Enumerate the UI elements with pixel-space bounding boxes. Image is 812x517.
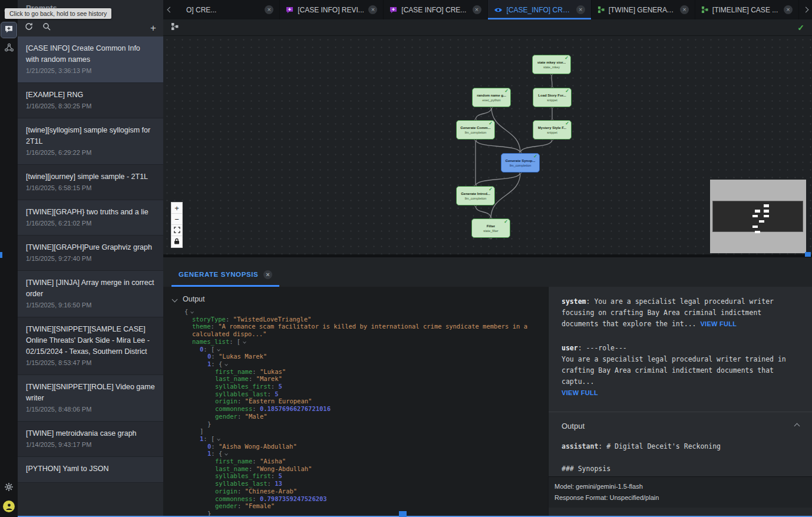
prompt-list-item[interactable]: [TWINE][SNIPPET][SAMPLE CASE] Online Thr…	[18, 317, 163, 375]
fit-view-icon[interactable]	[171, 225, 182, 236]
tabs-scroll-left[interactable]	[163, 0, 176, 19]
node-subtitle: snippet	[547, 98, 557, 102]
node-subtitle: snippet	[547, 131, 557, 134]
fold-chevron-icon[interactable]	[217, 438, 220, 441]
fold-chevron-icon[interactable]	[217, 347, 220, 351]
editor-tab[interactable]: [CASE_INFO] CRE... ×	[488, 0, 592, 19]
editor-tab[interactable]: [TWINE] GENERAT... ×	[592, 0, 695, 19]
sidebar-toolbar: +	[18, 20, 163, 35]
graph-valid-check-icon: ✓	[797, 23, 804, 32]
tab-close-icon[interactable]: ×	[784, 5, 793, 14]
prompt-list-item[interactable]: [TWINE] metroidvania case graph 1/14/202…	[18, 422, 163, 457]
prompts-nav-icon[interactable]	[1, 22, 16, 38]
run-info-footer: Model: gemini/gemini-1.5-flash Response …	[549, 476, 812, 508]
prompt-timestamp: 1/14/2025, 9:43:17 PM	[26, 440, 155, 449]
prompt-list-item[interactable]: [TWINE][SNIPPET][ROLE] Video game writer…	[18, 375, 163, 422]
gear-icon[interactable]	[1, 480, 16, 496]
editor-tab[interactable]: [CASE INFO] REVI... ×	[280, 0, 384, 19]
main-area: O] CRE... × [CASE INFO] REVI... × [CASE …	[163, 0, 812, 517]
user-view-full-link[interactable]: VIEW FULL	[562, 389, 598, 396]
node-success-check-icon: ✓	[504, 219, 508, 224]
window-resize-handle[interactable]	[399, 511, 407, 517]
node-success-check-icon: ✓	[504, 88, 509, 94]
graph-node[interactable]: ✓ random name g... exec_python	[472, 88, 511, 107]
output-label: Output	[183, 295, 205, 303]
tab-close-icon[interactable]: ×	[680, 5, 689, 14]
auto-layout-icon[interactable]	[171, 22, 179, 33]
prompt-list: [CASE INFO] Create Common Info with rand…	[18, 37, 163, 517]
minimap-node	[752, 215, 758, 218]
divider-resize-handle[interactable]	[805, 252, 811, 257]
output-section-header[interactable]: Output	[163, 294, 548, 308]
tab-close-icon[interactable]: ×	[265, 5, 273, 14]
node-title: Load Story For...	[538, 94, 566, 97]
prompt-list-item[interactable]: [CASE INFO] Create Common Info with rand…	[18, 37, 163, 83]
prompt-list-item[interactable]: [EXAMPLE] RNG 1/16/2025, 8:30:25 PM	[18, 83, 163, 118]
graph-node[interactable]: ✓ Load Story For... snippet	[533, 88, 572, 107]
editor-tab[interactable]: [CASE INFO] CRE... ×	[384, 0, 487, 19]
refresh-icon[interactable]	[25, 22, 33, 33]
chat-output-header[interactable]: Output	[562, 420, 799, 432]
json-tree[interactable]: {storyType: "TwistedLoveTriangle"theme: …	[163, 308, 548, 517]
prompt-list-item[interactable]: [TWINE][GRAPH} two truths and a lie 1/16…	[18, 200, 163, 236]
response-format-line: Response Format: Unspecified/plain	[554, 492, 806, 503]
tab-close-icon[interactable]: ×	[473, 5, 481, 14]
chevron-down-icon	[172, 296, 178, 302]
graph-canvas[interactable]: ✓ state mkey stor... state_mkey ✓ random…	[163, 36, 812, 254]
search-icon[interactable]	[42, 22, 51, 33]
node-title: Generate Synop...	[505, 159, 535, 163]
prompt-list-item[interactable]: [TWINE] [JINJA] Array merge in correct o…	[18, 271, 163, 317]
prompt-list-item[interactable]: [PYTHON] Yaml to JSON	[18, 457, 163, 483]
zoom-in-icon[interactable]: +	[171, 203, 182, 214]
lock-icon[interactable]	[171, 236, 182, 247]
user-message: user: ---role--- You are a specialist le…	[562, 343, 799, 399]
system-view-full-link[interactable]: VIEW FULL	[700, 320, 737, 327]
minimap-node	[755, 231, 760, 234]
prompt-title: [twine][journey] simple sample - 2T1L	[26, 171, 155, 183]
app-window: Prompts + [CASE INFO] Create Common Info…	[0, 0, 812, 517]
json-line: 1: [	[163, 435, 548, 443]
fold-chevron-icon[interactable]	[225, 452, 228, 456]
graph-node[interactable]: ✓ Filter state_filter	[471, 218, 510, 238]
assistant-message-title: assistant: # Digital Deceit's Reckoning	[562, 441, 799, 452]
node-subtitle: llm_completion	[465, 131, 487, 134]
user-avatar[interactable]	[3, 501, 15, 512]
history-tooltip: Click to go back, hold to see history	[5, 8, 111, 19]
json-line: names_list: [	[163, 338, 548, 346]
graph-node[interactable]: ✓ Mystery Style F... snippet	[533, 120, 572, 140]
tab-generate-synopsis[interactable]: GENERATE SYNOPSIS ×	[171, 262, 279, 287]
graph-node[interactable]: ✓ Generate Comm... llm_completion	[456, 120, 495, 140]
json-line: {	[163, 308, 548, 316]
graph-node[interactable]: ✓ Generate Introd... llm_completion	[456, 186, 495, 206]
user-text: You are a specialist legal procedural wr…	[562, 355, 786, 386]
tabs-scroll-right[interactable]	[799, 0, 812, 19]
graph-node[interactable]: ✓ Generate Synop... llm_completion	[501, 153, 540, 173]
system-role-label: system	[562, 297, 586, 306]
prompt-list-item[interactable]: [twine][syllogism] sample syllogism for …	[18, 118, 163, 165]
tab-close-icon[interactable]: ×	[576, 5, 585, 14]
editor-tab[interactable]: [TIMELINE] CASE ... ×	[695, 0, 799, 19]
minimap-node	[764, 215, 769, 218]
tab-close-icon[interactable]: ×	[368, 5, 377, 14]
output-json-pane: Output {storyType: "TwistedLoveTriangle"…	[163, 287, 548, 517]
prompt-list-item[interactable]: [twine][journey] simple sample - 2T1L 1/…	[18, 165, 163, 200]
tab-type-icon	[701, 6, 708, 14]
zoom-out-icon[interactable]: −	[171, 214, 182, 225]
messages-scroll[interactable]: system: You are a specialist legal proce…	[549, 287, 812, 476]
node-success-check-icon: ✓	[565, 55, 569, 61]
editor-tab[interactable]: O] CRE... ×	[176, 0, 280, 19]
prompt-list-item[interactable]: [TWINE][GRAPH]Pure Graphviz graph 1/15/2…	[18, 236, 163, 271]
divider-resize-handle-left[interactable]	[0, 252, 2, 258]
minimap[interactable]	[710, 180, 806, 253]
add-prompt-button[interactable]: +	[150, 23, 156, 33]
fold-chevron-icon[interactable]	[225, 363, 228, 366]
json-line: theme: "A romance scam facilitator is ki…	[163, 323, 548, 337]
assistant-synopsis-heading: ### Synopsis	[562, 463, 799, 475]
fold-chevron-icon[interactable]	[190, 310, 194, 314]
bottom-tab-close-icon[interactable]: ×	[263, 270, 272, 279]
json-line: storyType: "TwistedLoveTriangle"	[163, 316, 548, 323]
graph-node[interactable]: ✓ state mkey stor... state_mkey	[532, 55, 571, 74]
workflow-icon[interactable]	[1, 41, 16, 57]
prompt-title: [EXAMPLE] RNG	[26, 90, 155, 101]
fold-chevron-icon[interactable]	[243, 340, 246, 344]
